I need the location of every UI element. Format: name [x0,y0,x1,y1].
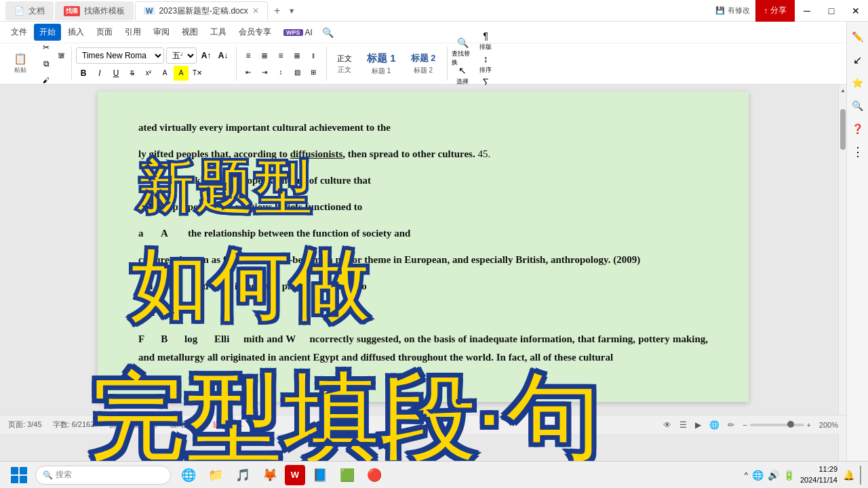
menu-reference[interactable]: 引用 [119,24,146,41]
menu-file[interactable]: 文件 [5,24,33,41]
align-left-button[interactable]: ≡ [241,48,256,63]
font-size-increase-button[interactable]: A↑ [199,48,214,63]
styles-group: 正文 正文 标题 1 标题 1 标题 2 标题 2 [331,47,448,81]
ribbon: 文件 开始 插入 页面 引用 审阅 视图 工具 会员专享 WPS AI 🔍 📋 [0,22,868,85]
subscript-button[interactable]: x² [141,66,156,81]
scroll-thumb[interactable] [840,109,846,150]
tab-wendang[interactable]: 📄 文档 [5,1,54,20]
tab-docx[interactable]: W 2023届新题型-定稿.docx ✕ [135,1,268,20]
network-icon[interactable]: 🌐 [752,470,764,481]
start-button[interactable] [5,464,33,486]
maximize-button[interactable]: □ [819,0,844,22]
indent-increase-button[interactable]: ⇥ [257,65,272,80]
show-desktop-button[interactable] [860,466,863,485]
zoom-in-button[interactable]: + [807,421,811,429]
tab-template[interactable]: 找痛 找痛炸模板 [55,1,134,20]
scroll-up-button[interactable]: ▲ [839,85,846,96]
style-heading1[interactable]: 标题 1 标题 1 [361,47,402,80]
paste-button[interactable]: 📋 粘贴 [5,47,35,80]
right-star-button[interactable]: ⭐ [848,73,867,92]
notification-icon[interactable]: 🔔 [843,470,854,481]
taskbar-app-browser2[interactable]: 🦊 [258,463,282,487]
battery-icon[interactable]: 🔋 [783,470,795,481]
taskbar-app-music[interactable]: 🎵 [231,463,255,487]
document-scrollbar[interactable]: ▲ [838,85,846,461]
minimize-button[interactable]: ─ [795,0,819,22]
align-justify-button[interactable]: ≣ [290,48,304,63]
taskbar-app-wps-red[interactable]: W [285,465,305,485]
tray-expand[interactable]: ^ [745,471,748,479]
taskbar-app-wps-blue[interactable]: 📘 [308,463,332,487]
font-size-decrease-button[interactable]: A↓ [216,48,231,63]
style-normal-preview: 正文 [337,54,352,64]
outline-icon[interactable]: ☰ [679,420,687,430]
copy-button[interactable]: ⧉ [37,56,56,71]
menu-review[interactable]: 审阅 [148,24,175,41]
line-spacing-button[interactable]: ↕ [273,65,288,80]
font-size-selector[interactable]: 五号 [166,47,197,64]
spell-check[interactable]: 拼写检查: 打开 [109,420,158,430]
shading-button[interactable]: ▨ [290,65,304,80]
taskbar-app-explorer[interactable]: 📁 [203,463,228,487]
menu-tools[interactable]: 工具 [205,24,232,41]
menu-home[interactable]: 开始 [34,24,61,41]
zoom-slider[interactable] [750,424,804,426]
right-edit-button[interactable]: ✏️ [848,27,867,46]
strikethrough-button[interactable]: S̶ [125,66,140,81]
menu-vip[interactable]: 会员专享 [233,24,277,41]
proofread-label[interactable]: 校对 [170,420,184,430]
taskbar-app-red2[interactable]: 🔴 [362,463,387,487]
view-mode-icon[interactable]: 👁 [663,420,671,430]
system-clock[interactable]: 11:29 2024/11/14 [800,464,837,485]
menu-insert[interactable]: 插入 [62,24,90,41]
right-search-button[interactable]: 🔍 [848,96,867,115]
cut-button[interactable]: ✂ [37,40,56,55]
right-more-button[interactable]: ⋮ [848,142,867,161]
taskbar-search-text: 搜索 [56,469,72,481]
play-icon[interactable]: ▶ [695,420,701,430]
add-tab-button[interactable]: + [269,3,285,19]
volume-icon[interactable]: 🔊 [768,470,779,481]
right-comment-button[interactable]: ↙ [848,50,867,69]
taskbar: 🔍 搜索 🌐 📁 🎵 🦊 W 📘 🟩 🔴 ^ 🌐 🔊 🔋 11:29 2024/… [0,461,868,488]
document-area: ated virtually every important cultural … [0,85,846,461]
distribute-button[interactable]: ⫿ [306,48,321,63]
ribbon-search-icon[interactable]: 🔍 [322,27,334,38]
align-center-button[interactable]: ≣ [257,48,272,63]
style-heading2[interactable]: 标题 2 标题 2 [405,47,442,80]
font-name-selector[interactable]: Times New Roma [76,47,164,64]
style-normal[interactable]: 正文 正文 [331,47,358,80]
select-button[interactable]: ↖ 选择 [452,64,473,86]
align-right-button[interactable]: ≡ [273,48,288,63]
sort-button[interactable]: ↕ 排序 [475,53,496,75]
share-button[interactable]: ↑ 分享 [755,0,795,22]
annotation-icon[interactable]: ✏ [728,420,734,430]
border-button[interactable]: ⊞ [306,65,321,80]
right-help-button[interactable]: ❓ [848,119,867,138]
clear-format-button[interactable]: T✕ [190,66,205,81]
menu-page[interactable]: 页面 [91,24,118,41]
taskbar-app-wps-green[interactable]: 🟩 [335,463,359,487]
save-icon: 💾 [715,6,725,15]
style-h1-preview: 标题 1 [367,52,396,65]
italic-button[interactable]: I [92,66,107,81]
underline-button[interactable]: U [108,66,123,81]
format-text-button[interactable]: ¶ 排版 [475,30,496,52]
tab-docx-close[interactable]: ✕ [252,6,259,16]
find-replace-button[interactable]: 🔍 查找替换 [452,41,473,63]
tab-arrow[interactable]: ▼ [288,7,296,15]
menu-view[interactable]: 视图 [176,24,203,41]
missing-font-label: ⚠ [195,420,202,429]
bold-button[interactable]: B [76,66,91,81]
web-icon[interactable]: 🌐 [709,420,719,430]
zoom-level: 200% [814,421,838,429]
close-button[interactable]: ✕ [844,0,868,22]
font-color-button[interactable]: A [157,66,172,81]
tab-bar: 📄 文档 找痛 找痛炸模板 W 2023届新题型-定稿.docx ✕ + ▼ [5,0,710,21]
indent-decrease-button[interactable]: ⇤ [241,65,256,80]
taskbar-app-edge[interactable]: 🌐 [176,463,201,487]
highlight-button[interactable]: A [174,66,189,81]
menu-wpsai[interactable]: WPS AI [278,25,318,40]
zoom-out-button[interactable]: − [743,421,747,429]
taskbar-search[interactable]: 🔍 搜索 [35,466,171,485]
